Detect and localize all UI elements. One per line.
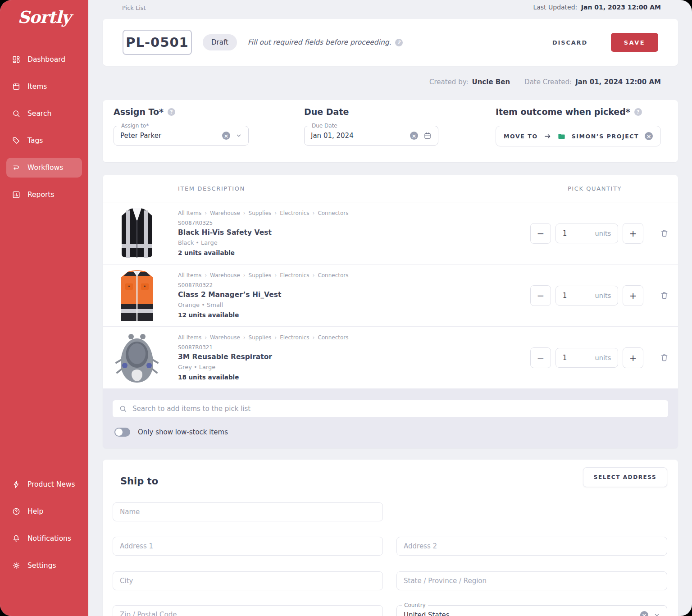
item-outcome-heading: Item outcome when picked* <box>496 107 630 117</box>
breadcrumb-segment[interactable]: All Items <box>178 272 201 278</box>
table-header: ITEM DESCRIPTION PICK QUANTITY <box>103 175 678 202</box>
col-pick-quantity: PICK QUANTITY <box>511 185 678 192</box>
workflow-icon <box>12 163 21 172</box>
item-folder-breadcrumb[interactable]: All Items›Warehouse›Supplies›Electronics… <box>178 210 530 216</box>
breadcrumb-segment[interactable]: Electronics <box>280 334 309 341</box>
move-to-chip[interactable]: MOVE TO SIMON’S PROJECT <box>496 126 661 146</box>
bolt-icon <box>12 480 21 489</box>
country-value: United States <box>404 611 640 616</box>
chevron-down-icon[interactable] <box>654 612 660 616</box>
sidebar-item-tags[interactable]: Tags <box>6 131 82 151</box>
due-date-field[interactable]: Due Date Jan 01, 2024 <box>304 126 438 146</box>
sidebar-item-label: Workflows <box>27 164 63 172</box>
sidebar-item-notifications[interactable]: Notifications <box>6 529 82 548</box>
assign-to-heading: Assign To* <box>114 107 164 117</box>
breadcrumb-segment[interactable]: Warehouse <box>210 272 240 278</box>
sidebar-nav: DashboardItemsSearchTagsWorkflowsReports <box>6 50 82 212</box>
move-to-target: SIMON’S PROJECT <box>572 133 639 140</box>
folder-icon <box>557 132 566 141</box>
breadcrumb-segment[interactable]: Warehouse <box>210 334 240 341</box>
breadcrumb-segment[interactable]: All Items <box>178 334 201 341</box>
sidebar-item-workflows[interactable]: Workflows <box>6 158 82 178</box>
breadcrumb-segment[interactable]: Electronics <box>280 272 309 278</box>
city-field[interactable] <box>113 571 383 590</box>
item-folder-breadcrumb[interactable]: All Items›Warehouse›Supplies›Electronics… <box>178 334 530 341</box>
clear-icon[interactable] <box>222 132 230 140</box>
chevron-right-icon: › <box>274 334 277 341</box>
breadcrumb-segment[interactable]: Connectors <box>318 334 348 341</box>
sidebar-item-label: Product News <box>27 480 75 488</box>
breadcrumb-segment[interactable]: Supplies <box>249 334 272 341</box>
breadcrumb-segment[interactable]: All Items <box>178 210 201 216</box>
sidebar-item-settings[interactable]: Settings <box>6 556 82 575</box>
name-field[interactable] <box>113 502 383 521</box>
chevron-down-icon[interactable] <box>236 132 242 139</box>
select-address-button[interactable]: SELECT ADDRESS <box>583 467 667 487</box>
sidebar-item-reports[interactable]: Reports <box>6 185 82 205</box>
quantity-increase-button[interactable]: + <box>623 347 643 368</box>
discard-button[interactable]: DISCARD <box>546 35 594 50</box>
low-stock-toggle[interactable] <box>114 428 130 437</box>
picklist-id-field[interactable]: PL-0501 <box>123 30 192 55</box>
sidebar-item-search[interactable]: Search <box>6 104 82 123</box>
meta-row: Created by: Uncle Ben Date Created: Jan … <box>429 78 661 86</box>
sidebar-item-items[interactable]: Items <box>6 77 82 96</box>
item-name[interactable]: 3M Reusable Respirator <box>178 353 530 361</box>
breadcrumb-segment[interactable]: Connectors <box>318 210 348 216</box>
item-name[interactable]: Black Hi-Vis Safety Vest <box>178 228 530 237</box>
due-date-heading: Due Date <box>304 107 349 117</box>
quantity-decrease-button[interactable]: − <box>530 347 551 368</box>
last-updated-value: Jan 01, 2023 12:00 AM <box>581 4 661 11</box>
breadcrumb-segment[interactable]: Supplies <box>249 272 272 278</box>
state-field[interactable] <box>396 571 667 590</box>
breadcrumb-segment[interactable]: Warehouse <box>210 210 240 216</box>
save-button[interactable]: SAVE <box>611 33 658 52</box>
address2-field[interactable] <box>396 537 667 556</box>
help-circle-icon[interactable] <box>168 108 175 116</box>
chevron-right-icon: › <box>205 210 207 216</box>
date-created-label: Date Created: <box>524 78 572 86</box>
arrow-right-icon <box>544 132 551 140</box>
item-variant: Orange • Small <box>178 301 530 308</box>
due-date-float-label: Due Date <box>310 123 340 129</box>
trash-icon[interactable] <box>660 291 669 300</box>
assign-to-section: Assign To* Assign to* Peter Parker <box>114 100 249 146</box>
item-name[interactable]: Class 2 Manager’s Hi_Vest <box>178 291 530 299</box>
quantity-decrease-button[interactable]: − <box>530 223 551 244</box>
sidebar-item-dashboard[interactable]: Dashboard <box>6 50 82 69</box>
quantity-input[interactable]: 1 units <box>555 348 618 368</box>
clear-icon[interactable] <box>410 132 418 140</box>
trash-icon[interactable] <box>660 353 669 362</box>
address1-field[interactable] <box>113 537 383 556</box>
quantity-input[interactable]: 1 units <box>555 224 618 243</box>
clear-icon[interactable] <box>640 611 648 616</box>
sidebar-footer-nav: Product NewsHelpNotificationsSettings <box>6 475 82 583</box>
sidebar-item-label: Help <box>27 507 43 516</box>
sidebar-item-help[interactable]: Help <box>6 502 82 521</box>
item-available: 2 units available <box>178 249 530 256</box>
chevron-right-icon: › <box>274 272 277 278</box>
breadcrumb-segment[interactable]: Electronics <box>280 210 309 216</box>
low-stock-label: Only show low-stock items <box>138 428 228 436</box>
calendar-icon[interactable] <box>423 132 432 140</box>
zip-field[interactable] <box>113 605 383 616</box>
reports-icon <box>12 190 21 199</box>
trash-icon[interactable] <box>660 228 669 238</box>
quantity-increase-button[interactable]: + <box>623 285 643 306</box>
help-circle-icon[interactable] <box>634 108 642 116</box>
assign-to-select[interactable]: Assign to* Peter Parker <box>114 126 249 146</box>
breadcrumb-segment[interactable]: Connectors <box>318 272 348 278</box>
country-select[interactable]: Country United States <box>396 605 667 616</box>
item-folder-breadcrumb[interactable]: All Items›Warehouse›Supplies›Electronics… <box>178 272 530 278</box>
quantity-increase-button[interactable]: + <box>623 223 643 244</box>
breadcrumb-segment[interactable]: Supplies <box>249 210 272 216</box>
help-circle-icon[interactable] <box>395 39 403 46</box>
search-input[interactable] <box>132 404 662 413</box>
quantity-decrease-button[interactable]: − <box>530 285 551 306</box>
created-by-value: Uncle Ben <box>472 78 510 86</box>
quantity-input[interactable]: 1 units <box>555 286 618 306</box>
clear-icon[interactable] <box>645 132 653 140</box>
app-window: Sortly DashboardItemsSearchTagsWorkflows… <box>0 0 692 616</box>
search-box[interactable] <box>113 400 668 417</box>
sidebar-item-product-news[interactable]: Product News <box>6 475 82 494</box>
